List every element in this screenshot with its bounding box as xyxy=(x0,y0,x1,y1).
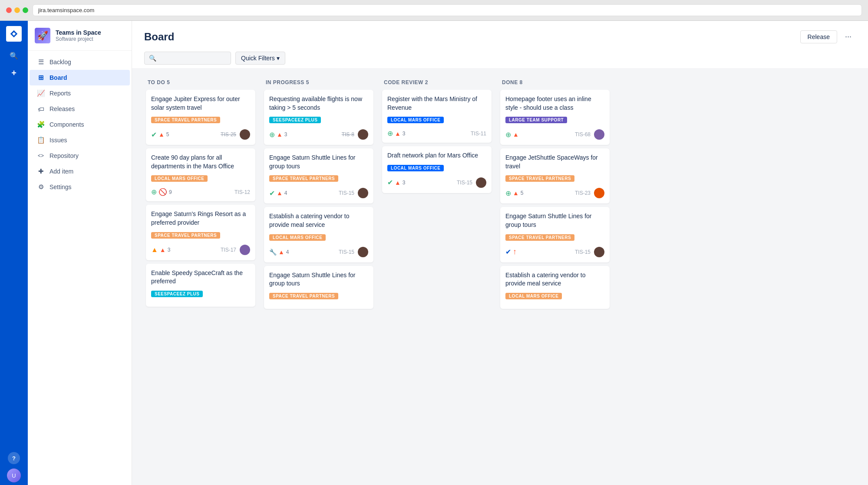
quick-filters-label: Quick Filters xyxy=(241,55,275,62)
done-cards: Homepage footer uses an inline style - s… xyxy=(498,90,611,311)
issues-icon: 📋 xyxy=(36,136,45,144)
card-icons: ✔ ▲ 4 xyxy=(269,189,287,197)
release-button[interactable]: Release xyxy=(800,30,837,43)
add-icon: ⊕ xyxy=(269,131,275,139)
card-right: TIS-23 xyxy=(575,188,604,198)
up-icon: ▲ xyxy=(151,246,158,254)
card-tis11[interactable]: Register with the Mars Ministry of Reven… xyxy=(382,90,492,143)
card-todo4[interactable]: Enable Speedy SpaceCraft as the preferre… xyxy=(146,264,255,307)
card-tis15-cr[interactable]: Draft network plan for Mars Office LOCAL… xyxy=(382,146,492,193)
card-label: LOCAL MARS OFFICE xyxy=(151,175,208,182)
card-tis23[interactable]: Engage JetShuttle SpaceWays for travel S… xyxy=(500,148,610,203)
releases-icon: 🏷 xyxy=(36,105,45,113)
avatar xyxy=(358,247,368,257)
ticket-id: TIS-15 xyxy=(339,249,354,255)
card-inprog2[interactable]: Engage Saturn Shuttle Lines for group to… xyxy=(264,148,373,203)
sidebar-item-settings[interactable]: ⚙ Settings xyxy=(30,179,130,195)
sidebar-item-issues[interactable]: 📋 Issues xyxy=(30,132,130,148)
block-icon: 🚫 xyxy=(158,188,167,196)
ticket-id: TIS-11 xyxy=(471,131,486,137)
card-title: Draft network plan for Mars Office xyxy=(387,151,486,160)
priority-icon: ▲ xyxy=(395,130,401,137)
sidebar-item-components[interactable]: 🧩 Components xyxy=(30,117,130,132)
project-icon: 🚀 xyxy=(35,28,50,43)
add-icon: ⊕ xyxy=(505,131,511,139)
sidebar-item-reports[interactable]: 📈 Reports xyxy=(30,85,130,101)
jira-logo[interactable] xyxy=(6,26,22,42)
story-points: 3 xyxy=(284,131,287,138)
add-item-icon: ✚ xyxy=(36,167,45,176)
card-tis8[interactable]: Requesting available flights is now taki… xyxy=(264,90,373,145)
ticket-id: TIS-68 xyxy=(575,131,591,138)
card-icons: ⊕ ▲ xyxy=(505,131,519,139)
sidebar-item-repository[interactable]: <> Repository xyxy=(30,148,130,164)
card-label: LARGE TEAM SUPPORT xyxy=(505,117,567,123)
board-header: Board Release ··· xyxy=(132,21,868,48)
close-dot[interactable] xyxy=(6,7,12,13)
card-right: TIS-17 xyxy=(221,245,250,255)
search-box[interactable]: 🔍 xyxy=(144,52,231,65)
help-button[interactable]: ? xyxy=(8,452,20,464)
card-tis25[interactable]: Engage Jupiter Express for outer solar s… xyxy=(146,90,255,145)
card-right: TIS-15 xyxy=(457,177,486,188)
search-nav-icon[interactable]: 🔍 xyxy=(7,49,21,62)
card-footer: ✔ ▲ 5 TIS-25 xyxy=(151,129,250,140)
card-title: Engage Saturn Shuttle Lines for group to… xyxy=(505,212,604,229)
card-inprog3[interactable]: Establish a catering vendor to provide m… xyxy=(264,207,373,262)
components-label: Components xyxy=(50,121,84,128)
story-points: 4 xyxy=(286,249,289,255)
story-points: 4 xyxy=(284,190,287,196)
card-title: Enable Speedy SpaceCraft as the preferre… xyxy=(151,269,250,286)
backlog-label: Backlog xyxy=(50,59,71,66)
create-icon[interactable]: + xyxy=(7,66,21,80)
card-label: LOCAL MARS OFFICE xyxy=(387,117,444,123)
wrench-icon: 🔧 xyxy=(269,249,277,256)
card-done4[interactable]: Establish a catering vendor to provide m… xyxy=(500,266,610,309)
add-icon: ⊕ xyxy=(505,189,511,197)
priority-icon: ▲ xyxy=(277,190,283,197)
story-points: 9 xyxy=(169,189,172,195)
sidebar-item-releases[interactable]: 🏷 Releases xyxy=(30,101,130,117)
quick-filters-dropdown[interactable]: Quick Filters ▾ xyxy=(235,52,285,65)
expand-dot[interactable] xyxy=(23,7,28,13)
card-footer: ▲ ▲ 3 TIS-17 xyxy=(151,245,250,255)
card-title: Engage Saturn's Rings Resort as a prefer… xyxy=(151,210,250,227)
card-done3[interactable]: Engage Saturn Shuttle Lines for group to… xyxy=(500,207,610,262)
user-avatar[interactable]: U xyxy=(7,469,21,482)
avatar xyxy=(476,177,486,188)
repository-icon: <> xyxy=(36,151,45,160)
header-actions: Release ··· xyxy=(800,29,856,44)
card-right: TIS-8 xyxy=(342,129,368,140)
sidebar-item-add-item[interactable]: ✚ Add item xyxy=(30,164,130,179)
card-title: Establish a catering vendor to provide m… xyxy=(505,271,604,288)
column-inprogress-title: IN PROGRESS xyxy=(266,79,306,85)
address-bar[interactable]: jira.teamsinspace.com xyxy=(33,4,862,16)
column-todo: TO DO 5 Engage Jupiter Express for outer… xyxy=(144,75,257,308)
card-title: Create 90 day plans for all departments … xyxy=(151,154,250,170)
project-name: Teams in Space xyxy=(56,29,125,36)
reports-label: Reports xyxy=(50,90,71,97)
card-right: TIS-15 xyxy=(575,247,604,257)
releases-label: Releases xyxy=(50,105,75,112)
card-tis17[interactable]: Engage Saturn's Rings Resort as a prefer… xyxy=(146,205,255,260)
column-codereview-title: CODE REVIEW xyxy=(384,79,425,85)
card-label: SPACE TRAVEL PARTNERS xyxy=(151,117,220,123)
card-tis68[interactable]: Homepage footer uses an inline style - s… xyxy=(500,90,610,145)
ticket-id: TIS-12 xyxy=(234,189,250,195)
sidebar-item-board[interactable]: ⊞ Board xyxy=(30,70,130,85)
card-right: TIS-12 xyxy=(234,189,250,195)
card-footer: ⊕ ▲ TIS-68 xyxy=(505,129,604,140)
card-inprog4[interactable]: Engage Saturn Shuttle Lines for group to… xyxy=(264,266,373,309)
card-tis12[interactable]: Create 90 day plans for all departments … xyxy=(146,148,255,201)
nav-menu: ☰ Backlog ⊞ Board 📈 Reports 🏷 Releases 🧩… xyxy=(28,51,132,198)
minimize-dot[interactable] xyxy=(14,7,20,13)
issues-label: Issues xyxy=(50,137,67,144)
ticket-id: TIS-17 xyxy=(221,247,236,253)
column-done-header: DONE 8 xyxy=(498,75,611,90)
card-footer: ⊕ ▲ 5 TIS-23 xyxy=(505,188,604,198)
story-points: 5 xyxy=(521,190,524,196)
sidebar-item-backlog[interactable]: ☰ Backlog xyxy=(30,54,130,70)
card-right: TIS-25 xyxy=(221,129,250,140)
card-label: SPACE TRAVEL PARTNERS xyxy=(269,175,338,182)
more-options-button[interactable]: ··· xyxy=(841,29,856,44)
